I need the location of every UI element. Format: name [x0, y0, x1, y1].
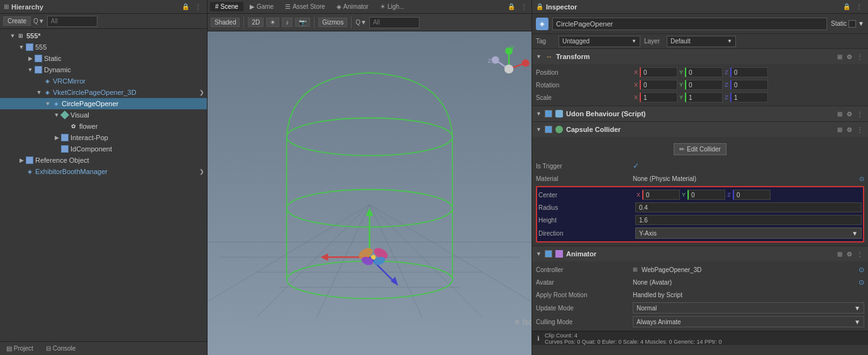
is-trigger-checkbox[interactable]: ✓	[633, 161, 639, 170]
inspector-lock-btn[interactable]: 🔒	[841, 3, 852, 11]
sun-btn[interactable]: ☀	[266, 18, 279, 27]
capsule-header[interactable]: ▼ Capsule Collider ⊞ ⚙ ⋮	[532, 122, 868, 137]
animator-enabled-checkbox[interactable]	[545, 250, 552, 258]
list-item[interactable]: ▼ ◈ CirclePageOpener	[0, 98, 207, 109]
static-label: Static	[831, 20, 847, 27]
animator-maximize-btn[interactable]: ⊞	[836, 251, 843, 258]
animator-settings-btn[interactable]: ⚙	[845, 251, 854, 258]
scale-x-input[interactable]	[640, 92, 677, 102]
list-item[interactable]: ▶ Reference Object	[0, 155, 207, 166]
scene-viewport[interactable]: X Y Z ≡ Iso	[208, 31, 531, 355]
update-mode-dropdown[interactable]: Normal ▼	[633, 302, 864, 314]
tab-animator[interactable]: ◈ Animator	[331, 2, 374, 11]
list-item[interactable]: ▼ Visual	[0, 109, 207, 121]
audio-btn[interactable]: ♪	[282, 18, 292, 27]
list-item[interactable]: ▼ Dynamic	[0, 64, 207, 75]
rot-x-input[interactable]	[640, 80, 677, 90]
list-item[interactable]: IdComponent	[0, 143, 207, 155]
transform-menu-btn[interactable]: ⋮	[855, 53, 864, 60]
gizmos-btn[interactable]: Gizmos	[318, 18, 347, 27]
scene-lock-btn[interactable]: 🔒	[506, 3, 517, 11]
direction-dropdown[interactable]: Y-Axis ▼	[635, 227, 862, 239]
rot-z-input[interactable]	[730, 80, 768, 90]
shading-dropdown[interactable]: Shaded	[211, 18, 240, 27]
animator-menu-btn[interactable]: ⋮	[855, 251, 864, 258]
list-item[interactable]: ▼ 555	[0, 41, 207, 53]
transform-maximize-btn[interactable]: ⊞	[836, 53, 843, 60]
object-name-field[interactable]	[552, 18, 827, 30]
tab-scene[interactable]: # Scene	[210, 2, 243, 11]
list-item[interactable]: ▼ ◈ VketCirclePageOpener_3D ❯	[0, 87, 207, 98]
avatar-link-icon[interactable]: ⊙	[859, 278, 864, 287]
capsule-controls: ⊞ ⚙ ⋮	[836, 126, 864, 133]
material-label: Material	[536, 175, 630, 182]
static-checkbox[interactable]	[849, 20, 856, 28]
direction-value: Y-Axis	[639, 230, 657, 237]
culling-mode-dropdown[interactable]: Always Animate ▼	[633, 316, 864, 327]
hierarchy-menu-btn[interactable]: ⋮	[193, 3, 203, 11]
inspector-menu-btn[interactable]: ⋮	[854, 3, 864, 11]
controller-link-icon[interactable]: ⊙	[859, 266, 864, 274]
pos-y-input[interactable]	[685, 67, 723, 77]
rot-y-input[interactable]	[685, 80, 723, 90]
pos-x-input[interactable]	[640, 67, 677, 77]
list-item[interactable]: ◈ VRCMirror	[0, 75, 207, 87]
pos-z-input[interactable]	[730, 67, 768, 77]
udon-maximize-btn[interactable]: ⊞	[836, 111, 843, 117]
udon-enabled-checkbox[interactable]	[545, 110, 552, 117]
search-icon-prefix: Q▼	[33, 18, 45, 25]
capsule-enabled-checkbox[interactable]	[545, 126, 552, 133]
animator-header[interactable]: ▼ Animator ⊞ ⚙ ⋮	[532, 246, 868, 261]
layer-value: Default	[670, 38, 691, 45]
transform-settings-btn[interactable]: ⚙	[845, 53, 854, 60]
static-dropdown-arrow[interactable]: ▼	[858, 20, 864, 27]
material-link-icon[interactable]: ⊙	[859, 175, 864, 182]
center-y-input[interactable]	[687, 190, 725, 200]
udon-menu-btn[interactable]: ⋮	[855, 111, 864, 117]
tab-project[interactable]: ▤ Project	[0, 342, 40, 355]
center-x-input[interactable]	[642, 190, 680, 200]
rot-x-label: X	[633, 82, 639, 88]
scale-z-input[interactable]	[730, 92, 768, 102]
height-input[interactable]	[635, 215, 862, 225]
transform-header[interactable]: ▼ ↔ Transform ⊞ ⚙ ⋮	[532, 49, 868, 64]
expand-arrow: ▼	[44, 101, 52, 107]
udon-header[interactable]: ▼ Udon Behaviour (Script) ⊞ ⚙ ⋮	[532, 106, 868, 121]
center-z-input[interactable]	[733, 190, 771, 200]
item-label: Static	[44, 55, 62, 62]
radius-input[interactable]	[635, 202, 862, 212]
capsule-menu-btn[interactable]: ⋮	[855, 126, 864, 133]
list-item[interactable]: ▶ Static	[0, 53, 207, 64]
game-tab-icon: ▶	[250, 3, 255, 10]
tab-console[interactable]: ⊟ Console	[40, 342, 82, 355]
create-button[interactable]: Create	[3, 16, 31, 26]
scene-search-input[interactable]	[369, 17, 420, 28]
udon-component: ▼ Udon Behaviour (Script) ⊞ ⚙ ⋮	[532, 106, 868, 122]
animator-tab-icon: ◈	[337, 3, 342, 10]
hierarchy-search-input[interactable]	[47, 16, 97, 27]
avatar-value-row: None (Avatar) ⊙	[633, 278, 864, 287]
list-item[interactable]: ▼ ⊞ 555*	[0, 30, 207, 41]
list-item[interactable]: ✿ flower	[0, 121, 207, 132]
2d-toggle[interactable]: 2D	[248, 18, 264, 27]
edit-collider-button[interactable]: ✏ Edit Collider	[674, 143, 726, 155]
scene-menu-btn[interactable]: ⋮	[519, 3, 529, 11]
animator-component: ▼ Animator ⊞ ⚙ ⋮ Controller ⊞ WebPageOpe…	[532, 246, 868, 331]
camera-btn[interactable]: 📷	[295, 18, 310, 27]
tag-label: Tag	[536, 38, 555, 45]
scale-y-input[interactable]	[685, 92, 723, 102]
capsule-settings-btn[interactable]: ⚙	[845, 126, 854, 133]
layer-dropdown[interactable]: Default ▼	[667, 36, 736, 47]
hierarchy-lock-btn[interactable]: 🔒	[180, 3, 191, 11]
tab-asset-store[interactable]: ☰ Asset Store	[280, 2, 330, 11]
expand-arrow: ▼	[35, 89, 43, 96]
list-item[interactable]: ◈ ExhibitorBoothManager ❯	[0, 166, 207, 177]
hierarchy-toolbar: Create Q▼	[0, 14, 207, 29]
item-label: Dynamic	[44, 66, 71, 74]
udon-settings-btn[interactable]: ⚙	[845, 111, 854, 117]
tab-game[interactable]: ▶ Game	[245, 2, 279, 11]
tab-light[interactable]: ☀ Ligh...	[375, 2, 409, 11]
capsule-maximize-btn[interactable]: ⊞	[836, 126, 843, 133]
tag-dropdown[interactable]: Untagged ▼	[559, 36, 640, 47]
list-item[interactable]: ▶ Interact-Pop	[0, 132, 207, 143]
